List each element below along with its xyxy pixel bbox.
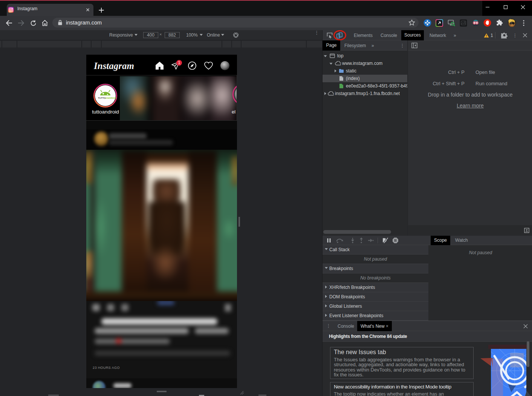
svg-text:TUTTO: TUTTO (98, 97, 106, 99)
svg-text:Instagram: Instagram (93, 61, 134, 71)
svg-text:ANDROID: ANDROID (105, 97, 116, 99)
